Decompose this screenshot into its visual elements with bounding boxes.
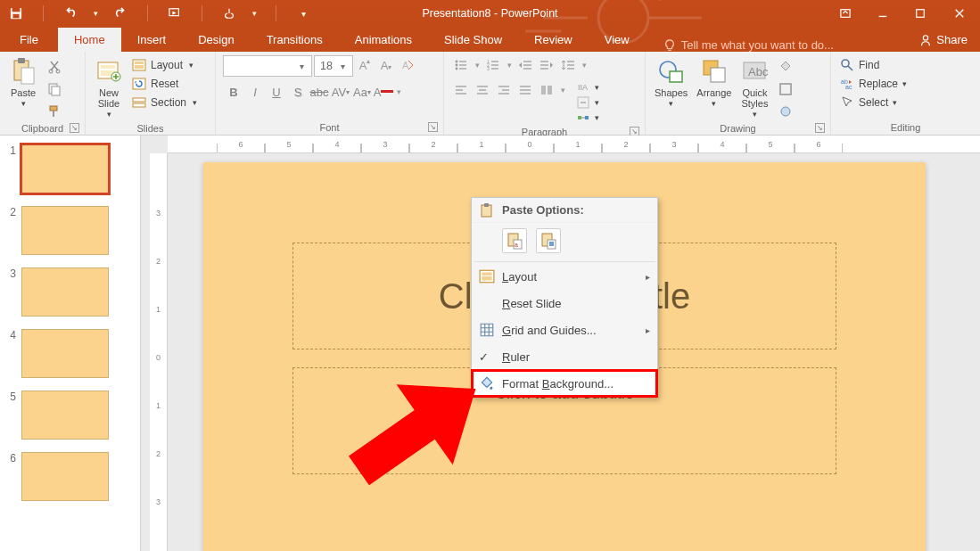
reset-icon bbox=[132, 77, 146, 91]
ctx-layout[interactable]: Layout ▸ bbox=[472, 263, 657, 290]
ctx-reset-slide[interactable]: Reset Slide bbox=[472, 290, 657, 317]
redo-icon[interactable] bbox=[111, 4, 129, 22]
increase-font-size-button[interactable]: A▴ bbox=[355, 55, 375, 75]
select-button[interactable]: Select ▾ bbox=[838, 95, 973, 111]
decrease-font-size-button[interactable]: A▾ bbox=[376, 55, 396, 75]
format-painter-button[interactable] bbox=[45, 102, 64, 121]
chevron-down-icon: ▾ bbox=[336, 62, 349, 71]
clipboard-dialog-launcher[interactable]: ↘ bbox=[70, 123, 79, 133]
font-dialog-launcher[interactable]: ↘ bbox=[428, 122, 438, 132]
line-spacing-dropdown[interactable]: ▾ bbox=[580, 55, 589, 75]
touch-dropdown-icon[interactable]: ▾ bbox=[251, 4, 258, 22]
slide-thumbnail-3[interactable]: 3 bbox=[7, 267, 133, 317]
font-size-combo[interactable]: 18▾ bbox=[314, 55, 353, 77]
undo-dropdown-icon[interactable]: ▾ bbox=[92, 4, 99, 22]
italic-button[interactable]: I bbox=[244, 82, 266, 102]
tab-home[interactable]: Home bbox=[58, 28, 121, 52]
maximize-button[interactable] bbox=[902, 0, 939, 27]
slide-thumbnail-6[interactable]: 6 bbox=[7, 452, 133, 501]
clear-formatting-button[interactable]: A bbox=[398, 55, 417, 75]
drawing-dialog-launcher[interactable]: ↘ bbox=[815, 123, 825, 133]
minimize-button[interactable] bbox=[864, 0, 902, 27]
columns-button[interactable] bbox=[537, 80, 556, 100]
convert-smartart-button[interactable]: ▾ bbox=[576, 111, 599, 125]
find-button[interactable]: Find bbox=[838, 57, 973, 73]
text-direction-button[interactable]: IIA▾ bbox=[576, 80, 599, 95]
increase-indent-button[interactable] bbox=[537, 55, 556, 75]
font-color-dropdown[interactable]: ▾ bbox=[394, 82, 403, 102]
slide-thumbnail-1[interactable]: 1 bbox=[7, 144, 133, 193]
slide-thumbnail-4[interactable]: 4 bbox=[7, 329, 133, 378]
svg-rect-87 bbox=[482, 273, 491, 276]
svg-text:3: 3 bbox=[487, 66, 490, 71]
font-color-button[interactable]: A bbox=[373, 82, 394, 102]
ribbon-display-options-icon[interactable] bbox=[827, 0, 864, 27]
tab-insert[interactable]: Insert bbox=[121, 28, 183, 52]
slide-thumbnail-5[interactable]: 5 bbox=[7, 391, 133, 440]
align-text-button[interactable]: ▾ bbox=[576, 95, 599, 110]
share-button[interactable]: Share bbox=[907, 28, 980, 52]
paste-picture-button[interactable] bbox=[536, 228, 561, 253]
bullets-dropdown[interactable]: ▾ bbox=[473, 55, 482, 75]
replace-icon: abac bbox=[840, 77, 854, 91]
tab-animations[interactable]: Animations bbox=[339, 28, 428, 52]
new-slide-button[interactable]: New Slide▾ bbox=[93, 55, 125, 121]
svg-rect-35 bbox=[491, 61, 498, 62]
tab-slideshow[interactable]: Slide Show bbox=[428, 28, 518, 52]
paste-button[interactable]: Paste▾ bbox=[7, 55, 39, 111]
slide-thumbnail-2[interactable]: 2 bbox=[7, 206, 133, 255]
quick-styles-button[interactable]: Abc Quick Styles▾ bbox=[738, 55, 770, 121]
title-bar: ▾ ▾ ▾ Presentation8 - PowerPoint bbox=[0, 0, 980, 27]
reset-button[interactable]: Reset bbox=[130, 76, 199, 92]
arrange-button[interactable]: Arrange▾ bbox=[695, 55, 733, 111]
replace-button[interactable]: abacReplace ▾ bbox=[838, 76, 973, 92]
bullets-button[interactable] bbox=[451, 55, 471, 75]
group-label-font: Font bbox=[319, 122, 339, 133]
line-spacing-button[interactable] bbox=[558, 55, 578, 75]
svg-rect-66 bbox=[585, 116, 589, 119]
svg-rect-49 bbox=[456, 86, 466, 87]
line-spacing-icon bbox=[561, 58, 575, 72]
svg-point-30 bbox=[456, 64, 458, 67]
change-case-button[interactable]: Aa▾ bbox=[351, 82, 373, 102]
shapes-button[interactable]: Shapes▾ bbox=[653, 55, 689, 111]
char-spacing-button[interactable]: AV▾ bbox=[330, 82, 351, 102]
section-button[interactable]: Section▾ bbox=[130, 95, 199, 111]
underline-button[interactable]: U bbox=[266, 82, 287, 102]
ctx-format-background[interactable]: Format Background... bbox=[472, 370, 657, 397]
ctx-grid-guides[interactable]: Grid and Guides... ▸ bbox=[472, 317, 657, 343]
tab-design[interactable]: Design bbox=[182, 28, 250, 52]
tab-transitions[interactable]: Transitions bbox=[251, 28, 339, 52]
shape-effects-button[interactable] bbox=[776, 102, 795, 121]
justify-button[interactable] bbox=[515, 80, 535, 100]
touch-mode-icon[interactable] bbox=[220, 4, 238, 22]
columns-dropdown[interactable]: ▾ bbox=[558, 80, 567, 100]
qat-customize-icon[interactable]: ▾ bbox=[294, 4, 312, 22]
shadow-button[interactable]: S bbox=[287, 82, 309, 102]
svg-rect-33 bbox=[459, 68, 466, 70]
align-center-button[interactable] bbox=[473, 80, 492, 100]
font-name-combo[interactable]: ▾ bbox=[223, 55, 312, 77]
align-right-button[interactable] bbox=[494, 80, 514, 100]
undo-icon[interactable] bbox=[62, 4, 79, 22]
align-left-button[interactable] bbox=[451, 80, 471, 100]
ctx-ruler[interactable]: ✓ Ruler bbox=[472, 343, 657, 370]
decrease-indent-button[interactable] bbox=[515, 55, 535, 75]
group-label-slides: Slides bbox=[137, 123, 164, 134]
layout-button[interactable]: Layout▾ bbox=[130, 57, 199, 73]
svg-rect-73 bbox=[780, 84, 791, 95]
cut-button[interactable] bbox=[45, 57, 64, 77]
strikethrough-button[interactable]: abc bbox=[309, 82, 330, 102]
bold-button[interactable]: B bbox=[223, 82, 244, 102]
paste-keep-source-button[interactable]: a bbox=[502, 228, 527, 253]
shape-outline-button[interactable] bbox=[776, 79, 795, 99]
tab-file[interactable]: File bbox=[0, 28, 58, 52]
numbering-dropdown[interactable]: ▾ bbox=[505, 55, 514, 75]
start-from-beginning-icon[interactable] bbox=[166, 4, 184, 22]
close-button[interactable] bbox=[939, 0, 980, 27]
numbering-button[interactable]: 123 bbox=[483, 55, 503, 75]
save-icon[interactable] bbox=[7, 4, 25, 22]
shape-fill-button[interactable] bbox=[776, 57, 795, 77]
copy-button[interactable] bbox=[45, 79, 64, 99]
svg-text:A: A bbox=[402, 60, 409, 70]
